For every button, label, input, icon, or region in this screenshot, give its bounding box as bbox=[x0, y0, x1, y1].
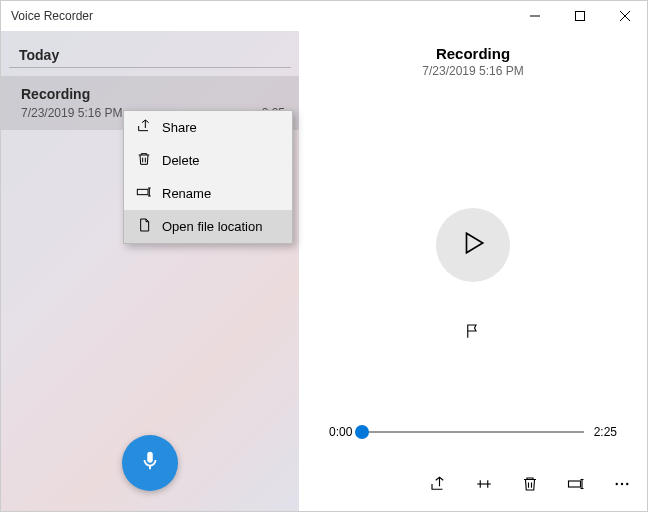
window-title: Voice Recorder bbox=[1, 9, 512, 23]
seek-thumb[interactable] bbox=[355, 425, 369, 439]
play-button[interactable] bbox=[436, 208, 510, 282]
page-title: Recording bbox=[422, 45, 523, 62]
trash-icon bbox=[521, 479, 539, 496]
time-end: 2:25 bbox=[594, 425, 617, 439]
svg-point-14 bbox=[626, 483, 628, 485]
svg-marker-4 bbox=[467, 233, 483, 253]
more-button[interactable] bbox=[613, 475, 631, 497]
share-button[interactable] bbox=[429, 475, 447, 497]
context-menu-delete[interactable]: Delete bbox=[124, 144, 292, 177]
recording-item-date: 7/23/2019 5:16 PM bbox=[21, 106, 122, 120]
titlebar: Voice Recorder bbox=[1, 1, 647, 31]
bottom-toolbar bbox=[429, 475, 631, 497]
sidebar: Today Recording 7/23/2019 5:16 PM 2:25 bbox=[1, 31, 299, 511]
rename-icon bbox=[567, 479, 585, 496]
microphone-icon bbox=[139, 450, 161, 476]
trim-button[interactable] bbox=[475, 475, 493, 497]
file-icon bbox=[136, 217, 152, 236]
context-menu-label: Share bbox=[162, 120, 197, 135]
play-icon bbox=[460, 230, 486, 260]
context-menu-rename[interactable]: Rename bbox=[124, 177, 292, 210]
main-panel: Recording 7/23/2019 5:16 PM 0:00 2:25 bbox=[299, 31, 647, 511]
context-menu-label: Open file location bbox=[162, 219, 262, 234]
context-menu: Share Delete Rename Open file location bbox=[123, 110, 293, 244]
time-start: 0:00 bbox=[329, 425, 352, 439]
context-menu-open-location[interactable]: Open file location bbox=[124, 210, 292, 243]
recording-item-title: Recording bbox=[21, 86, 285, 102]
svg-point-13 bbox=[621, 483, 623, 485]
minimize-button[interactable] bbox=[512, 1, 557, 31]
record-button[interactable] bbox=[122, 435, 178, 491]
close-button[interactable] bbox=[602, 1, 647, 31]
timeline: 0:00 2:25 bbox=[329, 425, 617, 439]
seek-slider[interactable] bbox=[362, 431, 583, 433]
page-subtitle: 7/23/2019 5:16 PM bbox=[422, 64, 523, 78]
flag-icon bbox=[464, 326, 482, 343]
rename-icon bbox=[136, 184, 152, 203]
marker-button[interactable] bbox=[464, 322, 482, 344]
context-menu-share[interactable]: Share bbox=[124, 111, 292, 144]
rename-button[interactable] bbox=[567, 475, 585, 497]
maximize-button[interactable] bbox=[557, 1, 602, 31]
section-header-today: Today bbox=[9, 31, 291, 68]
trash-icon bbox=[136, 151, 152, 170]
ellipsis-icon bbox=[613, 479, 631, 496]
share-icon bbox=[136, 118, 152, 137]
svg-rect-8 bbox=[569, 481, 581, 487]
context-menu-label: Rename bbox=[162, 186, 211, 201]
trim-icon bbox=[475, 479, 493, 496]
share-icon bbox=[429, 479, 447, 496]
svg-rect-15 bbox=[137, 189, 148, 194]
delete-button[interactable] bbox=[521, 475, 539, 497]
svg-rect-1 bbox=[575, 12, 584, 21]
context-menu-label: Delete bbox=[162, 153, 200, 168]
svg-point-12 bbox=[616, 483, 618, 485]
